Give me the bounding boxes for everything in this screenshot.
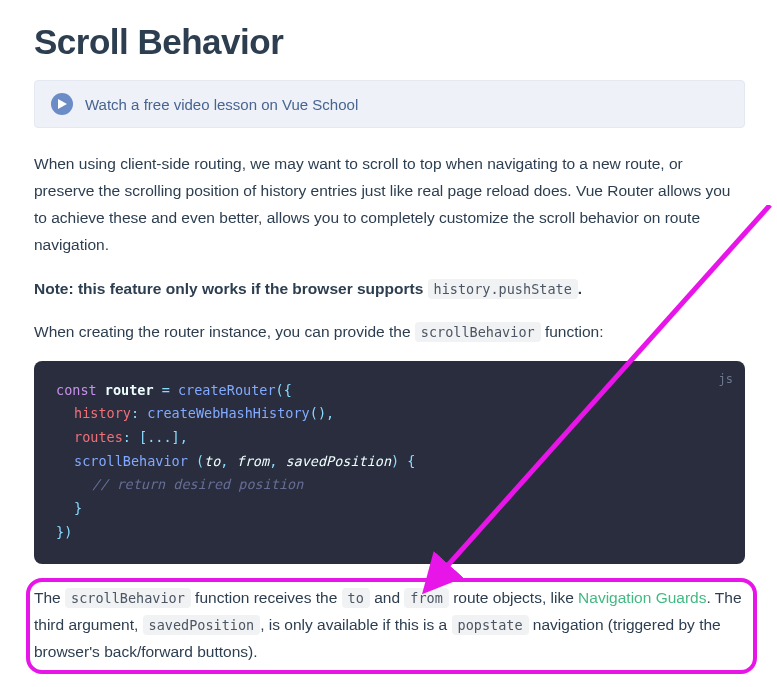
code-line-5: // return desired position [56, 473, 723, 497]
vueschool-banner[interactable]: Watch a free video lesson on Vue School [34, 80, 745, 128]
inline-code-savedposition: savedPosition [143, 615, 261, 635]
code-line-4: scrollBehavior (to, from, savedPosition)… [56, 450, 723, 474]
code-line-3: routes: [...], [56, 426, 723, 450]
code-line-7: }) [56, 521, 723, 545]
inline-code-to: to [342, 588, 370, 608]
code-line-2: history: createWebHashHistory(), [56, 402, 723, 426]
inline-code-scrollbehavior2: scrollBehavior [65, 588, 191, 608]
inline-code-popstate: popstate [452, 615, 529, 635]
intro-paragraph: When using client-side routing, we may w… [34, 150, 745, 259]
note-paragraph: Note: this feature only works if the bro… [34, 275, 745, 302]
inline-code-from: from [404, 588, 449, 608]
pre-code-paragraph: When creating the router instance, you c… [34, 318, 745, 345]
code-line-6: } [56, 497, 723, 521]
precode-suffix: function: [541, 323, 604, 340]
vueschool-text: Watch a free video lesson on Vue School [85, 96, 358, 113]
inline-code-pushstate: history.pushState [428, 279, 578, 299]
code-lang-label: js [719, 369, 733, 390]
page-title: Scroll Behavior [34, 22, 745, 62]
play-icon [51, 93, 73, 115]
navigation-guards-link[interactable]: Navigation Guards [578, 589, 706, 606]
note-suffix: . [578, 280, 582, 297]
code-block: js const router = createRouter({ history… [34, 361, 745, 564]
note-prefix: Note: this feature only works if the bro… [34, 280, 428, 297]
description-paragraph: The scrollBehavior function receives the… [34, 584, 745, 665]
precode-prefix: When creating the router instance, you c… [34, 323, 415, 340]
code-line-1: const router = createRouter({ [56, 379, 723, 403]
inline-code-scrollbehavior: scrollBehavior [415, 322, 541, 342]
